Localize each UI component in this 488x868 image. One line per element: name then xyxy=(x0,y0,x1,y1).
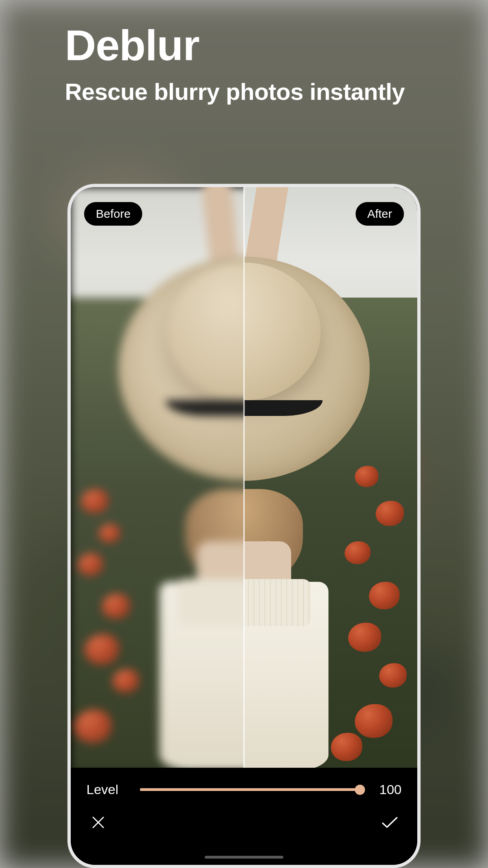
slider-fill xyxy=(140,788,360,791)
phone-mockup: Before After Level 100 xyxy=(68,184,420,868)
before-after-comparison[interactable]: Before After xyxy=(71,187,417,768)
close-icon xyxy=(91,815,105,829)
photo-after xyxy=(244,187,417,768)
before-badge: Before xyxy=(84,202,142,226)
feature-subtitle: Rescue blurry photos instantly xyxy=(65,78,405,106)
slider-thumb[interactable] xyxy=(355,785,365,795)
comparison-divider[interactable] xyxy=(244,187,245,768)
photo-before xyxy=(71,187,244,768)
home-indicator[interactable] xyxy=(205,856,283,859)
cancel-button[interactable] xyxy=(89,813,108,832)
level-slider[interactable] xyxy=(140,785,360,795)
check-icon xyxy=(381,815,398,829)
feature-title: Deblur xyxy=(65,24,405,67)
level-label: Level xyxy=(86,782,126,797)
level-value: 100 xyxy=(374,782,402,797)
after-badge: After xyxy=(356,202,404,226)
confirm-button[interactable] xyxy=(380,813,399,832)
action-row xyxy=(86,813,402,832)
level-row: Level 100 xyxy=(86,782,402,797)
controls-panel: Level 100 xyxy=(71,768,417,865)
promo-header: Deblur Rescue blurry photos instantly xyxy=(65,24,405,106)
after-half xyxy=(244,187,417,768)
before-half xyxy=(71,187,244,768)
